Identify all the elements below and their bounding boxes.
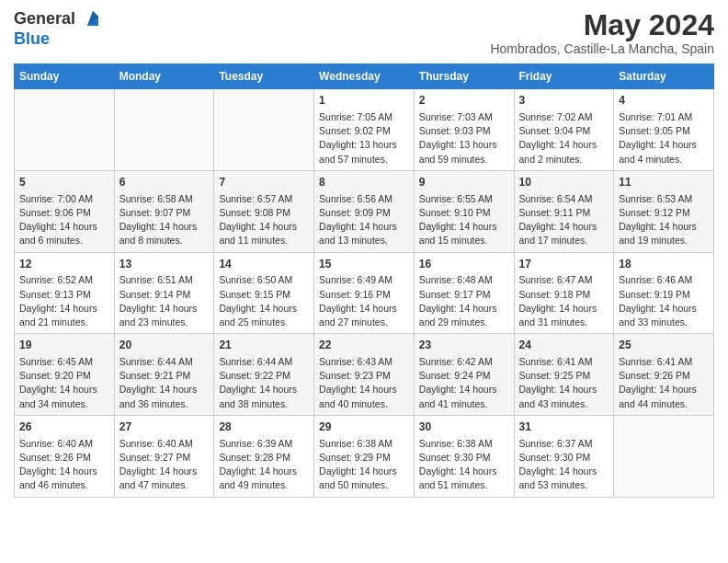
day-cell — [15, 89, 115, 171]
day-cell: 3Sunrise: 7:02 AM Sunset: 9:04 PM Daylig… — [514, 89, 614, 171]
day-cell: 18Sunrise: 6:46 AM Sunset: 9:19 PM Dayli… — [614, 252, 714, 334]
day-cell: 10Sunrise: 6:54 AM Sunset: 9:11 PM Dayli… — [514, 170, 614, 252]
day-number: 5 — [19, 175, 109, 190]
day-cell: 27Sunrise: 6:40 AM Sunset: 9:27 PM Dayli… — [114, 415, 214, 497]
day-number: 21 — [219, 338, 309, 353]
day-info: Sunrise: 6:50 AM Sunset: 9:15 PM Dayligh… — [219, 273, 309, 329]
day-cell: 30Sunrise: 6:38 AM Sunset: 9:30 PM Dayli… — [414, 415, 514, 497]
col-header-tuesday: Tuesday — [214, 64, 314, 89]
day-number: 23 — [419, 338, 509, 353]
month-title: May 2024 — [490, 9, 714, 41]
day-info: Sunrise: 7:05 AM Sunset: 9:02 PM Dayligh… — [319, 110, 409, 167]
day-info: Sunrise: 6:55 AM Sunset: 9:10 PM Dayligh… — [419, 192, 509, 248]
day-info: Sunrise: 6:42 AM Sunset: 9:24 PM Dayligh… — [419, 355, 509, 411]
day-info: Sunrise: 6:44 AM Sunset: 9:21 PM Dayligh… — [119, 355, 210, 411]
day-info: Sunrise: 6:57 AM Sunset: 9:08 PM Dayligh… — [219, 192, 309, 248]
day-info: Sunrise: 6:49 AM Sunset: 9:16 PM Dayligh… — [319, 273, 409, 329]
day-info: Sunrise: 6:38 AM Sunset: 9:29 PM Dayligh… — [319, 437, 409, 493]
day-info: Sunrise: 6:40 AM Sunset: 9:27 PM Dayligh… — [119, 437, 210, 493]
day-info: Sunrise: 6:47 AM Sunset: 9:18 PM Dayligh… — [519, 273, 609, 329]
week-row-3: 12Sunrise: 6:52 AM Sunset: 9:13 PM Dayli… — [15, 252, 714, 334]
day-cell: 2Sunrise: 7:03 AM Sunset: 9:03 PM Daylig… — [414, 89, 514, 171]
day-cell — [114, 89, 214, 171]
day-number: 20 — [119, 338, 210, 353]
col-header-thursday: Thursday — [414, 64, 514, 89]
day-number: 22 — [319, 338, 409, 353]
day-number: 28 — [219, 419, 309, 435]
day-info: Sunrise: 7:01 AM Sunset: 9:05 PM Dayligh… — [619, 110, 709, 167]
day-info: Sunrise: 6:37 AM Sunset: 9:30 PM Dayligh… — [519, 437, 609, 493]
col-header-sunday: Sunday — [15, 64, 115, 89]
day-info: Sunrise: 6:39 AM Sunset: 9:28 PM Dayligh… — [219, 437, 309, 493]
day-cell: 11Sunrise: 6:53 AM Sunset: 9:12 PM Dayli… — [614, 170, 714, 252]
day-info: Sunrise: 7:02 AM Sunset: 9:04 PM Dayligh… — [519, 110, 609, 167]
logo-line2: Blue — [14, 29, 102, 49]
col-header-monday: Monday — [114, 64, 214, 89]
week-row-2: 5Sunrise: 7:00 AM Sunset: 9:06 PM Daylig… — [15, 170, 714, 252]
day-number: 13 — [119, 257, 210, 272]
day-cell: 24Sunrise: 6:41 AM Sunset: 9:25 PM Dayli… — [514, 334, 614, 416]
day-number: 15 — [319, 257, 409, 272]
day-cell: 12Sunrise: 6:52 AM Sunset: 9:13 PM Dayli… — [15, 252, 115, 334]
day-number: 30 — [419, 419, 509, 435]
day-cell: 7Sunrise: 6:57 AM Sunset: 9:08 PM Daylig… — [214, 170, 314, 252]
week-row-4: 19Sunrise: 6:45 AM Sunset: 9:20 PM Dayli… — [15, 334, 714, 416]
day-number: 17 — [519, 257, 609, 272]
day-number: 29 — [319, 419, 409, 435]
day-info: Sunrise: 6:51 AM Sunset: 9:14 PM Dayligh… — [119, 273, 210, 329]
day-cell: 25Sunrise: 6:41 AM Sunset: 9:26 PM Dayli… — [614, 334, 714, 416]
day-info: Sunrise: 6:41 AM Sunset: 9:25 PM Dayligh… — [519, 355, 609, 411]
day-number: 3 — [519, 93, 609, 109]
day-info: Sunrise: 6:48 AM Sunset: 9:17 PM Dayligh… — [419, 273, 509, 329]
day-number: 4 — [619, 93, 709, 109]
day-cell: 13Sunrise: 6:51 AM Sunset: 9:14 PM Dayli… — [114, 252, 214, 334]
day-info: Sunrise: 6:38 AM Sunset: 9:30 PM Dayligh… — [419, 437, 509, 493]
day-number: 11 — [619, 175, 709, 190]
day-number: 2 — [419, 93, 509, 109]
day-cell: 20Sunrise: 6:44 AM Sunset: 9:21 PM Dayli… — [114, 334, 214, 416]
day-cell: 5Sunrise: 7:00 AM Sunset: 9:06 PM Daylig… — [15, 170, 115, 252]
day-number: 27 — [119, 419, 210, 435]
day-cell: 31Sunrise: 6:37 AM Sunset: 9:30 PM Dayli… — [514, 415, 614, 497]
calendar-table: SundayMondayTuesdayWednesdayThursdayFrid… — [14, 63, 714, 497]
day-number: 18 — [619, 257, 709, 272]
day-cell: 1Sunrise: 7:05 AM Sunset: 9:02 PM Daylig… — [314, 89, 415, 171]
week-row-5: 26Sunrise: 6:40 AM Sunset: 9:26 PM Dayli… — [15, 415, 714, 497]
day-info: Sunrise: 6:40 AM Sunset: 9:26 PM Dayligh… — [19, 437, 109, 493]
day-cell — [214, 89, 314, 171]
logo: General Blue — [14, 9, 102, 49]
day-info: Sunrise: 6:54 AM Sunset: 9:11 PM Dayligh… — [519, 192, 609, 248]
day-info: Sunrise: 7:00 AM Sunset: 9:06 PM Dayligh… — [19, 192, 109, 248]
day-cell: 29Sunrise: 6:38 AM Sunset: 9:29 PM Dayli… — [314, 415, 415, 497]
page-header: General Blue May 2024 Hombrados, Castill… — [14, 9, 714, 56]
day-number: 9 — [419, 175, 509, 190]
day-number: 12 — [19, 257, 109, 272]
day-info: Sunrise: 6:53 AM Sunset: 9:12 PM Dayligh… — [619, 192, 709, 248]
day-cell: 6Sunrise: 6:58 AM Sunset: 9:07 PM Daylig… — [114, 170, 214, 252]
calendar-header-row: SundayMondayTuesdayWednesdayThursdayFrid… — [15, 64, 714, 89]
day-info: Sunrise: 6:46 AM Sunset: 9:19 PM Dayligh… — [619, 273, 709, 329]
day-cell: 14Sunrise: 6:50 AM Sunset: 9:15 PM Dayli… — [214, 252, 314, 334]
logo-text: General — [14, 9, 102, 29]
day-number: 8 — [319, 175, 409, 190]
day-number: 1 — [319, 93, 409, 109]
day-number: 31 — [519, 419, 609, 435]
day-number: 10 — [519, 175, 609, 190]
day-number: 25 — [619, 338, 709, 353]
logo-icon — [82, 9, 102, 29]
day-info: Sunrise: 6:58 AM Sunset: 9:07 PM Dayligh… — [119, 192, 210, 248]
day-number: 14 — [219, 257, 309, 272]
day-cell: 16Sunrise: 6:48 AM Sunset: 9:17 PM Dayli… — [414, 252, 514, 334]
day-cell: 19Sunrise: 6:45 AM Sunset: 9:20 PM Dayli… — [15, 334, 115, 416]
day-info: Sunrise: 6:45 AM Sunset: 9:20 PM Dayligh… — [19, 355, 109, 411]
day-cell: 15Sunrise: 6:49 AM Sunset: 9:16 PM Dayli… — [314, 252, 415, 334]
day-cell: 28Sunrise: 6:39 AM Sunset: 9:28 PM Dayli… — [214, 415, 314, 497]
day-cell: 8Sunrise: 6:56 AM Sunset: 9:09 PM Daylig… — [314, 170, 415, 252]
day-cell: 26Sunrise: 6:40 AM Sunset: 9:26 PM Dayli… — [15, 415, 115, 497]
col-header-wednesday: Wednesday — [314, 64, 415, 89]
day-info: Sunrise: 6:56 AM Sunset: 9:09 PM Dayligh… — [319, 192, 409, 248]
location: Hombrados, Castille-La Mancha, Spain — [490, 41, 714, 56]
day-cell: 21Sunrise: 6:44 AM Sunset: 9:22 PM Dayli… — [214, 334, 314, 416]
day-info: Sunrise: 7:03 AM Sunset: 9:03 PM Dayligh… — [419, 110, 509, 167]
day-info: Sunrise: 6:44 AM Sunset: 9:22 PM Dayligh… — [219, 355, 309, 411]
